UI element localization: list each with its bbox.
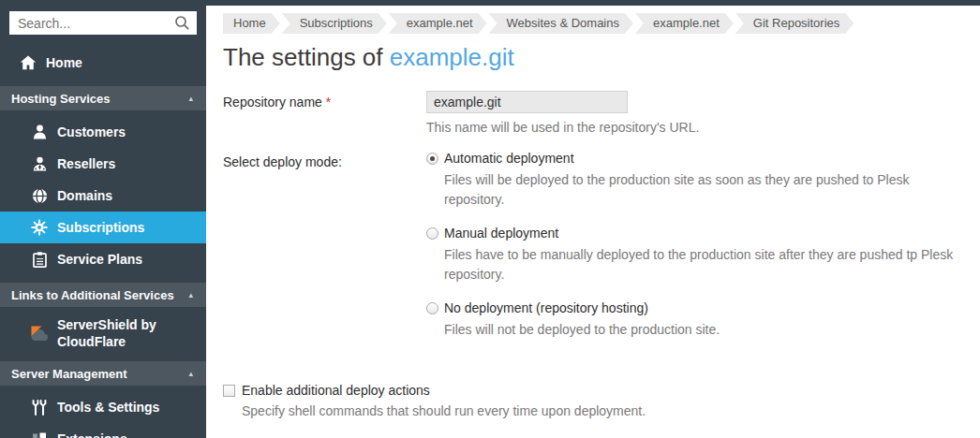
sidebar-item-label: Tools & Settings [57,399,159,416]
sidebar-section-links-additional-services[interactable]: Links to Additional Services ▴ [0,283,206,307]
extensions-icon [30,431,49,438]
breadcrumb-item-home[interactable]: Home [223,13,280,34]
deploy-mode-options: Automatic deployment Files will be deplo… [426,151,963,356]
app-window: Home Hosting Services ▴ Customers Resell… [0,0,980,438]
collapse-arrow-icon: ▴ [188,370,193,378]
sidebar-item-label: Customers [57,124,126,140]
search-icon[interactable] [174,15,190,35]
radio-description: Files will be deployed to the production… [444,170,963,210]
search-input[interactable] [9,11,197,35]
customer-icon [30,124,49,140]
breadcrumb-item-subscriptions[interactable]: Subscriptions [282,13,387,34]
deploy-option-manual: Manual deployment Files have to be manua… [426,226,963,285]
deploy-option-none: No deployment (repository hosting) Files… [426,300,963,340]
sidebar-section-label: Server Management [11,367,127,381]
radio-description: Files will not be deployed to the produc… [444,320,963,340]
collapse-arrow-icon: ▴ [188,291,193,299]
sidebar-section-label: Links to Additional Services [11,288,174,302]
sidebar-item-label: Domains [57,187,112,204]
deploy-mode-label: Select deploy mode: [223,151,426,356]
sidebar-item-label: Subscriptions [57,219,144,236]
tools-icon [30,399,49,416]
sidebar-item-label: ServerShield by CloudFlare [57,316,168,350]
radio-label[interactable]: Manual deployment [444,226,558,241]
main-content: Home Subscriptions example.net Websites … [206,0,980,438]
page-title-prefix: The settings of [223,43,390,71]
sidebar-item-extensions[interactable]: Extensions [0,423,206,438]
sidebar-item-service-plans[interactable]: Service Plans [0,243,206,275]
sidebar-item-domains[interactable]: Domains [0,180,206,212]
radio-label[interactable]: Automatic deployment [444,151,574,166]
repository-name-hint: This name will be used in the repository… [426,120,699,135]
top-strip [0,0,980,6]
breadcrumb-item-git-repositories[interactable]: Git Repositories [735,13,854,34]
checkbox-label[interactable]: Enable additional deploy actions [242,383,430,398]
sidebar-item-label: Extensions [57,431,127,438]
home-icon [19,54,37,71]
sidebar-item-label: Resellers [57,155,115,172]
radio-no-deployment[interactable] [426,302,438,314]
globe-icon [30,187,49,204]
radio-automatic-deployment[interactable] [426,153,438,165]
page-title-repo-name: example.git [390,43,514,71]
breadcrumb-item-domain[interactable]: example.net [635,13,734,34]
deploy-option-automatic: Automatic deployment Files will be deplo… [426,151,963,210]
sidebar-item-label: Home [46,54,82,71]
sidebar-item-subscriptions[interactable]: Subscriptions [0,212,206,243]
required-asterisk: * [326,95,331,110]
sidebar-section-label: Hosting Services [11,92,111,106]
breadcrumb-item-websites-domains[interactable]: Websites & Domains [489,13,633,34]
sidebar-section-server-management[interactable]: Server Management ▴ [0,361,206,386]
repository-name-input[interactable] [426,91,628,113]
radio-description: Files have to be manually deployed to th… [444,245,963,285]
page-title: The settings of example.git [223,43,963,72]
repository-name-field-wrap: This name will be used in the repository… [426,91,699,135]
sidebar-search [9,11,197,35]
breadcrumb: Home Subscriptions example.net Websites … [223,13,963,34]
repository-name-label: Repository name * [223,91,426,135]
sidebar: Home Hosting Services ▴ Customers Resell… [0,0,206,438]
servershield-icon [30,325,49,342]
deploy-mode-row: Select deploy mode: Automatic deployment… [223,151,963,356]
sidebar-item-label: Service Plans [57,251,142,268]
radio-label[interactable]: No deployment (repository hosting) [444,300,648,315]
deploy-actions-section: Enable additional deploy actions Specify… [223,383,963,418]
repository-name-row: Repository name * This name will be used… [223,91,963,135]
sidebar-item-customers[interactable]: Customers [0,116,206,148]
enable-deploy-actions-checkbox[interactable] [223,385,235,397]
radio-manual-deployment[interactable] [426,227,438,240]
sidebar-item-resellers[interactable]: Resellers [0,148,206,180]
sidebar-item-home[interactable]: Home [0,47,206,79]
clipboard-icon [30,251,49,268]
sidebar-item-tools-settings[interactable]: Tools & Settings [0,391,206,423]
reseller-icon [30,155,49,172]
sidebar-item-servershield[interactable]: ServerShield by CloudFlare [0,313,206,354]
sidebar-section-hosting-services[interactable]: Hosting Services ▴ [0,86,206,110]
collapse-arrow-icon: ▴ [188,95,193,103]
checkbox-description: Specify shell commands that should run e… [242,403,963,418]
gear-icon [30,219,49,236]
breadcrumb-item-subscription-domain[interactable]: example.net [389,13,487,34]
